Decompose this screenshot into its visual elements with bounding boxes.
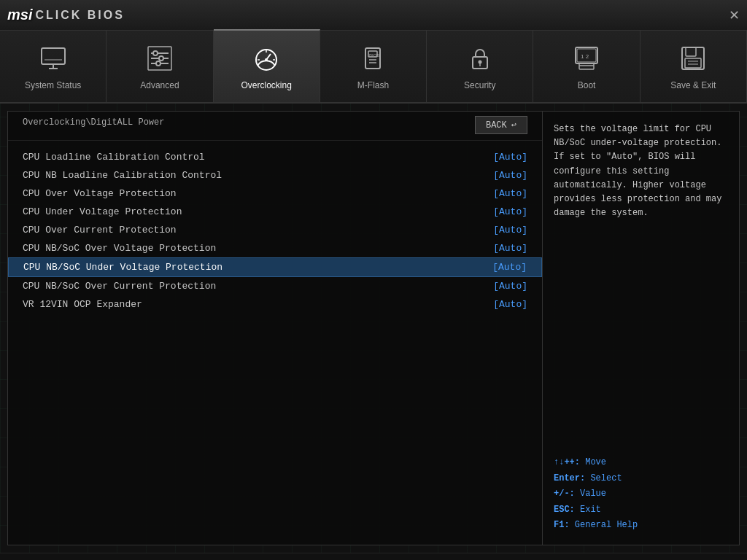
tab-advanced[interactable]: Advanced (107, 31, 213, 102)
menu-item[interactable]: CPU NB/SoC Over Voltage Protection[Auto] (8, 239, 542, 257)
sliders-icon (144, 42, 176, 74)
menu-item-name: CPU Over Voltage Protection (23, 188, 469, 199)
svg-rect-33 (685, 58, 701, 68)
menu-item[interactable]: CPU Over Current Protection[Auto] (8, 221, 542, 239)
svg-rect-32 (686, 47, 696, 56)
menu-item-value: [Auto] (483, 262, 527, 273)
tab-security[interactable]: Security (427, 31, 533, 102)
menu-item-name: CPU NB/SoC Under Voltage Protection (23, 262, 468, 273)
svg-text:BIOS: BIOS (369, 53, 379, 58)
tab-m-flash-label: M-Flash (357, 80, 389, 90)
menu-item-value: [Auto] (484, 188, 527, 199)
menu-item-name: CPU NB Loadline Calibration Control (23, 170, 469, 181)
svg-point-13 (265, 58, 268, 61)
menu-item-name: CPU NB/SoC Over Current Protection (23, 281, 469, 292)
key-hint: Enter: Select (554, 471, 728, 487)
tab-save-exit-label: Save & Exit (670, 80, 716, 90)
left-panel: BACK ↩ Overclocking\DigitALL Power CPU L… (7, 111, 543, 545)
tab-save-exit[interactable]: Save & Exit (640, 31, 747, 102)
back-arrow-icon: ↩ (511, 120, 516, 131)
svg-rect-28 (579, 66, 594, 69)
menu-item[interactable]: CPU NB/SoC Under Voltage Protection[Auto… (8, 257, 542, 277)
menu-item-value: [Auto] (484, 225, 527, 236)
menu-item[interactable]: CPU Over Voltage Protection[Auto] (8, 184, 542, 203)
back-label: BACK (486, 120, 507, 131)
tab-overclocking[interactable]: Overclocking (214, 29, 320, 102)
tab-system-status[interactable]: System Status (0, 31, 107, 102)
menu-item-value: [Auto] (484, 206, 527, 217)
usb-icon: BIOS (357, 42, 389, 74)
boot-icon: 1 2 (570, 42, 603, 74)
right-panel: Sets the voltage limit for CPU NB/SoC un… (543, 111, 740, 545)
menu-item[interactable]: VR 12VIN OCP Expander[Auto] (8, 295, 542, 314)
menu-item-value: [Auto] (484, 281, 527, 292)
menu-item[interactable]: CPU NB/SoC Over Current Protection[Auto] (8, 277, 542, 295)
menu-item-name: CPU Under Voltage Protection (23, 206, 469, 217)
logo-area: msi CLICK BIOS (7, 7, 125, 23)
nav-tabs: System Status Advanced (0, 31, 747, 104)
key-hint: F1: General Help (554, 518, 728, 534)
key-hints: ↑↓++: MoveEnter: Select+/-: ValueESC: Ex… (554, 455, 728, 534)
key-hint: ESC: Exit (554, 502, 728, 518)
top-bar: msi CLICK BIOS ✕ (0, 0, 747, 31)
svg-rect-0 (42, 48, 65, 64)
close-button[interactable]: ✕ (729, 9, 740, 22)
svg-point-8 (153, 51, 158, 55)
tab-security-label: Security (464, 80, 495, 90)
svg-point-9 (159, 56, 163, 61)
menu-item-name: CPU Loadline Calibration Control (23, 152, 469, 163)
menu-item-value: [Auto] (484, 299, 527, 310)
menu-item-value: [Auto] (484, 152, 527, 163)
menu-item-value: [Auto] (484, 170, 527, 181)
tab-boot-label: Boot (578, 80, 596, 90)
menu-item[interactable]: CPU NB Loadline Calibration Control[Auto… (8, 166, 542, 184)
breadcrumb-bar: BACK ↩ Overclocking\DigitALL Power (8, 112, 542, 141)
save-icon (677, 42, 709, 74)
click-bios-text: CLICK BIOS (35, 9, 124, 22)
menu-item-name: VR 12VIN OCP Expander (23, 299, 469, 310)
menu-item-name: CPU NB/SoC Over Voltage Protection (23, 243, 469, 254)
help-text: Sets the voltage limit for CPU NB/SoC un… (554, 122, 728, 220)
tab-advanced-label: Advanced (140, 80, 179, 90)
gauge-icon (250, 42, 282, 74)
menu-list: CPU Loadline Calibration Control[Auto]CP… (8, 141, 542, 545)
msi-logo: msi (7, 7, 32, 23)
tab-m-flash[interactable]: BIOS M-Flash (320, 31, 427, 102)
svg-text:1 2: 1 2 (581, 53, 589, 60)
breadcrumb: Overclocking\DigitALL Power (23, 117, 164, 128)
tab-boot[interactable]: 1 2 Boot (533, 31, 640, 102)
menu-item-name: CPU Over Current Protection (23, 225, 469, 236)
monitor-icon (37, 42, 69, 74)
menu-item[interactable]: CPU Loadline Calibration Control[Auto] (8, 148, 542, 166)
svg-point-10 (156, 61, 160, 66)
menu-item[interactable]: CPU Under Voltage Protection[Auto] (8, 203, 542, 221)
lock-icon (464, 42, 496, 74)
back-button[interactable]: BACK ↩ (475, 116, 527, 134)
svg-point-23 (478, 61, 481, 64)
bottom-bar (0, 553, 747, 560)
tab-overclocking-label: Overclocking (241, 80, 292, 90)
key-hint: ↑↓++: Move (554, 455, 728, 471)
key-hint: +/-: Value (554, 486, 728, 502)
main-content: BACK ↩ Overclocking\DigitALL Power CPU L… (7, 111, 740, 545)
menu-item-value: [Auto] (484, 243, 527, 254)
tab-system-status-label: System Status (25, 80, 81, 90)
